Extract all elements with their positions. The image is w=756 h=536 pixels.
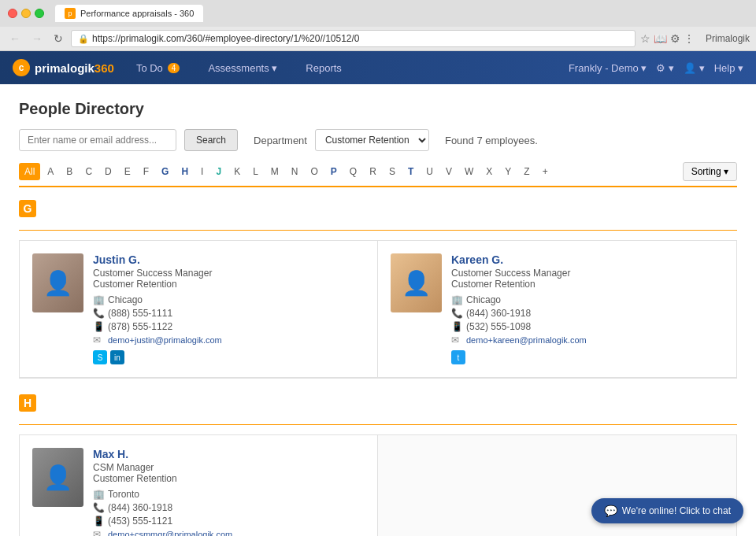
page-content: People Directory Search Department Custo… — [0, 84, 756, 536]
nav-assessments[interactable]: Assessments ▾ — [202, 59, 284, 77]
chat-icon: 💬 — [604, 505, 617, 517]
phone-icon: 📞 — [93, 308, 104, 319]
employee-phone2-kareen: 📱 (532) 555-1098 — [451, 321, 724, 332]
section-g: G 👤 Justin G. Customer Success Manager C… — [19, 200, 737, 379]
alpha-s[interactable]: S — [384, 163, 401, 180]
alpha-a[interactable]: A — [42, 163, 59, 180]
alpha-c[interactable]: C — [80, 163, 98, 180]
employee-phone1-justin: 📞 (888) 555-1111 — [93, 308, 365, 319]
refresh-button[interactable]: ↻ — [50, 31, 66, 46]
twitter-icon-kareen[interactable]: t — [451, 350, 465, 364]
mobile-icon-k: 📱 — [451, 321, 462, 332]
maximize-dot[interactable] — [35, 9, 44, 18]
email-icon-k: ✉ — [451, 335, 462, 346]
employee-dept-max: Customer Retention — [93, 473, 365, 484]
email-icon-m: ✉ — [93, 529, 104, 536]
nav-todo[interactable]: To Do 4 — [130, 59, 187, 77]
alpha-y[interactable]: Y — [499, 163, 517, 180]
dept-select[interactable]: Customer Retention — [315, 129, 429, 151]
alpha-e[interactable]: E — [119, 163, 136, 180]
chat-label: We're online! Click to chat — [622, 505, 731, 516]
nav-right: Frankly - Demo ▾ ⚙ ▾ 👤 ▾ Help ▾ — [569, 62, 743, 74]
employee-info-kareen: Kareen G. Customer Success Manager Custo… — [451, 253, 724, 364]
alpha-g[interactable]: G — [156, 163, 174, 180]
alpha-f[interactable]: F — [138, 163, 154, 180]
employee-dept-justin: Customer Retention — [93, 279, 365, 290]
alpha-w[interactable]: W — [459, 163, 479, 180]
alpha-nav: All A B C D E F G H I J K L M N O P Q R … — [19, 162, 737, 187]
avatar-kareen: 👤 — [391, 253, 442, 312]
bookmark-button[interactable]: ☆ — [640, 32, 650, 45]
linkedin-icon-justin[interactable]: in — [110, 350, 124, 364]
alpha-l[interactable]: L — [247, 163, 264, 180]
sorting-button[interactable]: Sorting ▾ — [683, 162, 737, 181]
close-dot[interactable] — [8, 9, 17, 18]
employee-phone1-kareen: 📞 (844) 360-1918 — [451, 308, 724, 319]
browser-tab[interactable]: p Performance appraisals - 360 — [55, 5, 203, 22]
nav-help[interactable]: Help ▾ — [714, 62, 743, 74]
alpha-j[interactable]: J — [210, 163, 227, 180]
extensions-button[interactable]: ⚙ — [670, 32, 680, 45]
search-input[interactable] — [19, 129, 176, 151]
nav-user[interactable]: 👤 ▾ — [684, 62, 705, 74]
tab-title: Performance appraisals - 360 — [80, 9, 194, 18]
alpha-o[interactable]: O — [306, 163, 324, 180]
account-label: Primalogik — [706, 33, 750, 44]
social-icons-kareen: t — [451, 350, 724, 364]
building-icon-k: 🏢 — [451, 294, 462, 305]
employee-title-justin: Customer Success Manager — [93, 268, 365, 279]
alpha-z[interactable]: Z — [518, 163, 535, 180]
alpha-v[interactable]: V — [440, 163, 458, 180]
employee-info-max: Max H. CSM Manager Customer Retention 🏢 … — [93, 448, 365, 536]
phone-icon-m: 📞 — [93, 502, 104, 513]
employee-phone2-max: 📱 (453) 555-1121 — [93, 516, 365, 527]
alpha-n[interactable]: N — [286, 163, 304, 180]
alpha-t[interactable]: T — [402, 163, 419, 180]
lock-icon: 🔒 — [78, 34, 89, 44]
employee-name-justin[interactable]: Justin G. — [93, 253, 365, 266]
browser-titlebar: p Performance appraisals - 360 — [0, 0, 756, 27]
reader-button[interactable]: 📖 — [654, 32, 667, 45]
alpha-h[interactable]: H — [176, 163, 194, 180]
forward-button[interactable]: → — [28, 31, 46, 46]
browser-addressbar: ← → ↻ 🔒 https://primalogik.com/360/#empl… — [0, 27, 756, 50]
alpha-r[interactable]: R — [364, 163, 382, 180]
url-bar[interactable]: 🔒 https://primalogik.com/360/#employee-d… — [71, 30, 636, 47]
logo-text: primalogik360 — [35, 61, 114, 75]
alpha-i[interactable]: I — [195, 163, 209, 180]
app-logo[interactable]: c primalogik360 — [13, 59, 114, 76]
alpha-k[interactable]: K — [228, 163, 246, 180]
alpha-b[interactable]: B — [61, 163, 78, 180]
social-icons-justin: S in — [93, 350, 365, 364]
back-button[interactable]: ← — [6, 31, 24, 46]
menu-button[interactable]: ⋮ — [684, 32, 695, 45]
nav-demo[interactable]: Frankly - Demo ▾ — [569, 62, 647, 74]
alpha-x[interactable]: X — [480, 163, 498, 180]
building-icon-m: 🏢 — [93, 489, 104, 500]
alpha-all[interactable]: All — [19, 163, 40, 180]
alpha-p[interactable]: P — [325, 163, 343, 180]
employee-phone1-max: 📞 (844) 360-1918 — [93, 502, 365, 513]
employee-name-max[interactable]: Max H. — [93, 448, 365, 460]
employee-name-kareen[interactable]: Kareen G. — [451, 253, 724, 266]
avatar-justin: 👤 — [32, 253, 83, 312]
dept-label: Department — [254, 135, 307, 146]
minimize-dot[interactable] — [21, 9, 31, 18]
email-link-kareen[interactable]: demo+kareen@primalogik.com — [466, 335, 587, 345]
search-button[interactable]: Search — [184, 129, 238, 151]
browser-actions: ☆ 📖 ⚙ ⋮ — [640, 32, 695, 45]
skype-icon-justin[interactable]: S — [93, 350, 107, 364]
url-text: https://primalogik.com/360/#employee-dir… — [92, 33, 360, 44]
email-link-justin[interactable]: demo+justin@primalogik.com — [108, 335, 222, 345]
alpha-m[interactable]: M — [265, 163, 284, 180]
email-icon: ✉ — [93, 335, 104, 346]
alpha-q[interactable]: Q — [344, 163, 362, 180]
nav-settings[interactable]: ⚙ ▾ — [656, 62, 674, 74]
nav-reports[interactable]: Reports — [299, 59, 348, 77]
chat-button[interactable]: 💬 We're online! Click to chat — [591, 498, 743, 523]
alpha-u[interactable]: U — [421, 163, 439, 180]
email-link-max[interactable]: demo+csmmgr@primalogik.com — [108, 530, 232, 536]
alpha-d[interactable]: D — [99, 163, 117, 180]
logo-icon: c — [13, 59, 30, 76]
alpha-plus[interactable]: + — [537, 163, 554, 180]
